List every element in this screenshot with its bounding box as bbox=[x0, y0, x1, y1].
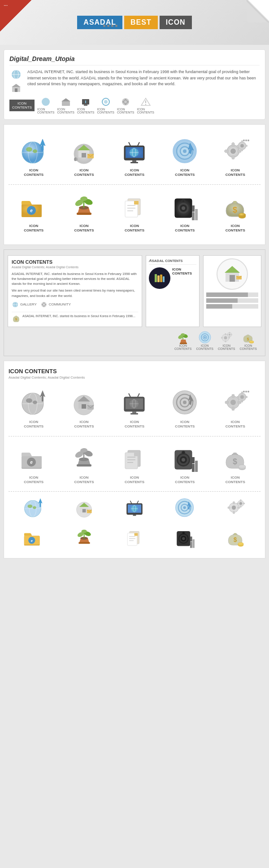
gray-globe-img bbox=[18, 388, 49, 418]
speaker-icon-img bbox=[169, 192, 200, 222]
svg-point-59 bbox=[240, 144, 244, 148]
svg-rect-55 bbox=[238, 150, 241, 153]
about-icon-1 bbox=[11, 69, 22, 80]
panel-center: ASADAL CONTENTS ICONCONTENTS bbox=[146, 255, 200, 327]
about-content: ASADAL INTERNET, INC. started its busine… bbox=[9, 69, 260, 93]
gray-speaker-svg bbox=[170, 444, 200, 473]
svg-point-19 bbox=[127, 101, 129, 103]
nav-item-active[interactable]: ICONCONTENTS bbox=[9, 100, 35, 111]
plant-svg bbox=[69, 192, 99, 221]
books-svg bbox=[153, 271, 166, 285]
plant-icon-img bbox=[69, 192, 100, 222]
icon-label-globe: ICONCONTENTS bbox=[24, 168, 43, 178]
mixed-bottom-icons: ICONCONTENTS ICONCONTENTS bbox=[8, 331, 261, 350]
svg-line-41 bbox=[129, 142, 130, 146]
gray-docs-svg bbox=[120, 444, 149, 473]
svg-point-22 bbox=[145, 104, 146, 105]
svg-rect-131 bbox=[221, 337, 223, 338]
svg-rect-240 bbox=[233, 502, 235, 504]
nav-item-3[interactable]: ICONCONTENTS bbox=[77, 97, 95, 114]
folder-icon-img: e bbox=[18, 192, 49, 222]
svg-rect-109 bbox=[155, 274, 157, 282]
about-section: Digital_Dream_Utopia ASADAL INTERNET, IN… bbox=[4, 49, 265, 120]
globe-icon-img bbox=[18, 136, 49, 166]
svg-text:$: $ bbox=[233, 205, 237, 214]
gray-grid-row1: ICONCONTENTS ICONCONTENTS bbox=[9, 383, 260, 434]
bar-fill-1 bbox=[206, 292, 248, 297]
logo-asadal: ASADAL bbox=[77, 16, 122, 29]
svg-rect-176 bbox=[241, 400, 243, 402]
mixed-icon-money: $ ICONCONTENTS bbox=[240, 331, 257, 350]
logo-icon: ICON bbox=[160, 16, 192, 29]
svg-point-271 bbox=[182, 537, 185, 540]
header-logo: ASADAL BEST ICON bbox=[77, 16, 191, 29]
color2-docs-img bbox=[123, 526, 146, 549]
svg-point-26 bbox=[26, 147, 32, 152]
svg-rect-209 bbox=[233, 453, 237, 455]
speaker-svg bbox=[170, 192, 200, 221]
gray-docs-img bbox=[119, 443, 150, 474]
svg-rect-72 bbox=[77, 213, 91, 215]
gray-plant-cell: ICONCONTENTS bbox=[59, 439, 109, 489]
svg-rect-61 bbox=[241, 148, 243, 151]
panel-bottom-text: $ ASADAL INTERNET, INC. started its busi… bbox=[12, 312, 138, 323]
svg-rect-44 bbox=[130, 162, 138, 163]
svg-rect-94 bbox=[233, 201, 237, 203]
svg-rect-7 bbox=[62, 101, 70, 106]
mixed-inner: ICON CONTENTS Asadal Digital Contents; A… bbox=[8, 255, 261, 327]
dot4 bbox=[115, 25, 117, 27]
dots-decoration bbox=[103, 25, 117, 27]
svg-point-122 bbox=[181, 333, 185, 336]
community-link[interactable]: COMMUNITY bbox=[40, 301, 71, 308]
panel-center-label-area: ICONCONTENTS bbox=[172, 267, 196, 289]
gallery-link[interactable]: GALLERY bbox=[12, 301, 37, 308]
section-gray-icons: ICON CONTENTS Asadal Digital Contents; A… bbox=[4, 361, 265, 559]
folder-svg: e bbox=[19, 192, 48, 221]
svg-point-245 bbox=[239, 502, 242, 505]
gray-plant-label: ICONCONTENTS bbox=[74, 475, 94, 485]
gear-svg bbox=[221, 137, 250, 166]
dot1 bbox=[103, 25, 105, 27]
svg-point-218 bbox=[33, 506, 36, 509]
svg-point-236 bbox=[183, 506, 186, 509]
svg-rect-275 bbox=[193, 540, 195, 548]
svg-point-16 bbox=[125, 99, 126, 100]
gray-house-label: ICONCONTENTS bbox=[74, 420, 94, 429]
nav-item-1[interactable]: ICONCONTENTS bbox=[37, 97, 55, 114]
plant-small-svg bbox=[176, 331, 190, 344]
svg-rect-135 bbox=[229, 332, 230, 333]
svg-rect-83 bbox=[134, 201, 139, 205]
house-circle-svg bbox=[220, 262, 245, 286]
color2-globe-svg bbox=[22, 497, 45, 519]
gray-speaker-label: ICONCONTENTS bbox=[175, 475, 195, 485]
svg-point-141 bbox=[249, 340, 254, 343]
gray-target-cell: ICONCONTENTS bbox=[160, 383, 210, 434]
nav-item-5[interactable]: ICONCONTENTS bbox=[117, 97, 134, 114]
color2-tv-svg bbox=[123, 497, 146, 519]
svg-line-42 bbox=[138, 142, 139, 146]
svg-point-134 bbox=[229, 334, 230, 336]
color2-plant-svg bbox=[73, 526, 95, 549]
tv-svg bbox=[120, 137, 149, 166]
gray-globe-svg bbox=[19, 388, 48, 417]
mixed-section: ICON CONTENTS Asadal Digital Contents; A… bbox=[4, 249, 265, 356]
divider-1 bbox=[9, 184, 260, 185]
svg-line-230 bbox=[130, 501, 131, 504]
gray-money-cell: $ ICONCONTENTS bbox=[210, 439, 260, 489]
panel-left: ICON CONTENTS Asadal Digital Contents; A… bbox=[8, 255, 142, 327]
nav-item-6[interactable]: ICONCONTENTS bbox=[137, 97, 155, 114]
center-icon-label: ICONCONTENTS bbox=[172, 267, 196, 275]
nav-item-4[interactable]: ICONCONTENTS bbox=[97, 97, 115, 114]
svg-point-104 bbox=[43, 302, 44, 303]
gray-globe-label: ICONCONTENTS bbox=[24, 420, 43, 429]
svg-rect-206 bbox=[192, 464, 195, 472]
bar-bg-3 bbox=[206, 304, 258, 309]
nav-item-2[interactable]: ICONCONTENTS bbox=[57, 97, 75, 114]
svg-rect-115 bbox=[230, 275, 235, 282]
svg-point-106 bbox=[42, 304, 43, 305]
gray-grid-row2: e ICONCONTENTS ICONCONTENTS bbox=[9, 439, 260, 489]
target-icon-img bbox=[169, 136, 200, 166]
color2-folder-svg: e bbox=[22, 526, 45, 549]
svg-rect-91 bbox=[192, 212, 195, 220]
house-icon-img bbox=[69, 136, 100, 166]
